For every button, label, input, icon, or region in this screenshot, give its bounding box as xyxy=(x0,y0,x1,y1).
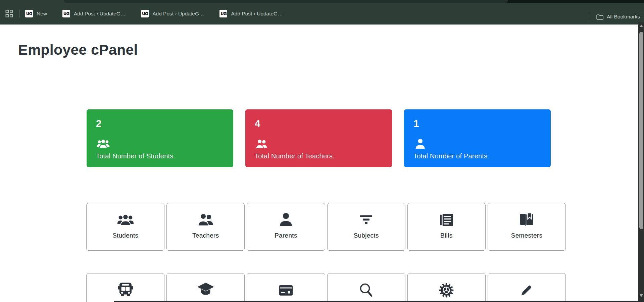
tile-label: Students xyxy=(112,232,138,239)
pencil-icon xyxy=(517,281,536,300)
ug-favicon: UG xyxy=(62,10,70,17)
stat-cards-row: 2 Total Number of Students. 4 Total Numb… xyxy=(87,109,551,167)
bills-icon xyxy=(437,211,455,230)
ug-favicon: UG xyxy=(141,10,149,17)
tile-parents[interactable]: Parents xyxy=(247,203,325,251)
folder-icon xyxy=(596,13,603,20)
users-two-icon xyxy=(197,211,215,230)
browser-window: UG New UG Add Post ‹ UpdateG… UG Add Pos… xyxy=(0,0,644,302)
apps-grid-button[interactable] xyxy=(5,9,13,18)
stat-card-label: Total Number of Students. xyxy=(96,152,224,160)
bookmark-label: Add Post ‹ UpdateG… xyxy=(152,11,204,17)
parents-count: 1 xyxy=(413,118,541,130)
bookmarks-separator xyxy=(589,13,589,21)
tile-graduation[interactable] xyxy=(166,273,245,302)
all-bookmarks-label: All Bookmarks xyxy=(607,14,640,20)
stat-card-teachers: 4 Total Number of Teachers. xyxy=(245,109,392,167)
nav-tiles-row-1: Students Teachers Parents xyxy=(86,203,566,251)
scroll-down-arrow-icon[interactable] xyxy=(640,294,643,297)
frame-sliver-right xyxy=(500,0,644,3)
bookmark-add-post-1[interactable]: UG Add Post ‹ UpdateG… xyxy=(62,10,126,17)
tile-label: Teachers xyxy=(192,232,219,239)
search-icon xyxy=(357,281,375,300)
bookmark-label: Add Post ‹ UpdateG… xyxy=(74,11,126,17)
active-tab-sliver xyxy=(0,0,74,3)
user-icon xyxy=(413,139,541,149)
gear-icon xyxy=(437,281,455,300)
user-icon xyxy=(277,211,295,230)
stat-card-students: 2 Total Number of Students. xyxy=(87,109,233,167)
tile-settings[interactable] xyxy=(407,273,486,302)
tile-payments[interactable] xyxy=(247,273,325,302)
scroll-up-arrow-icon[interactable] xyxy=(640,24,643,27)
credit-card-icon xyxy=(277,281,295,300)
tile-search[interactable] xyxy=(327,273,405,302)
tile-bills[interactable]: Bills xyxy=(407,203,486,251)
bookmark-label: New xyxy=(37,11,47,17)
tile-semesters[interactable]: Semesters xyxy=(488,203,566,251)
tile-label: Bills xyxy=(440,232,452,239)
grid-icon xyxy=(5,10,13,17)
bus-icon xyxy=(116,281,135,300)
tile-label: Parents xyxy=(275,232,297,239)
students-count: 2 xyxy=(96,118,224,130)
bookmarks-left-cluster: UG New UG Add Post ‹ UpdateG… UG Add Pos… xyxy=(0,9,298,18)
tile-students[interactable]: Students xyxy=(86,203,164,251)
nav-tiles-row-2 xyxy=(86,273,566,302)
bookmark-add-post-3[interactable]: UG Add Post ‹ UpdateG… xyxy=(219,10,283,17)
graduation-cap-icon xyxy=(197,281,215,300)
book-bookmark-icon xyxy=(517,211,536,230)
tab-strip xyxy=(0,0,644,3)
bookmark-add-post-2[interactable]: UG Add Post ‹ UpdateG… xyxy=(141,10,204,17)
tile-label: Subjects xyxy=(353,232,379,239)
users-three-icon xyxy=(116,211,135,230)
stat-card-label: Total Number of Parents. xyxy=(413,152,541,160)
tile-bus[interactable] xyxy=(86,273,164,302)
tile-edit[interactable] xyxy=(488,273,566,302)
taskbar-edge xyxy=(114,301,644,302)
all-bookmarks-button[interactable]: All Bookmarks xyxy=(596,13,640,20)
filter-icon xyxy=(357,211,375,230)
tile-teachers[interactable]: Teachers xyxy=(166,203,245,251)
teachers-count: 4 xyxy=(255,118,383,130)
scrollbar-thumb[interactable] xyxy=(639,32,643,229)
frame-sliver xyxy=(64,0,508,3)
bookmark-new[interactable]: UG New xyxy=(25,10,47,17)
page-title: Employee cPanel xyxy=(18,42,138,58)
bookmarks-right-cluster: All Bookmarks xyxy=(582,6,640,28)
ug-favicon: UG xyxy=(25,10,33,17)
bookmark-label: Add Post ‹ UpdateG… xyxy=(231,11,283,17)
users-three-icon xyxy=(96,139,224,149)
bookmarks-bar: UG New UG Add Post ‹ UpdateG… UG Add Pos… xyxy=(0,3,644,24)
stat-card-label: Total Number of Teachers. xyxy=(255,152,383,160)
tile-subjects[interactable]: Subjects xyxy=(327,203,405,251)
stat-card-parents: 1 Total Number of Parents. xyxy=(404,109,551,167)
vertical-scrollbar[interactable] xyxy=(638,22,644,302)
tile-label: Semesters xyxy=(511,232,543,239)
ug-favicon: UG xyxy=(219,10,227,17)
bookmarks-separator xyxy=(19,10,20,18)
users-two-icon xyxy=(255,139,383,149)
